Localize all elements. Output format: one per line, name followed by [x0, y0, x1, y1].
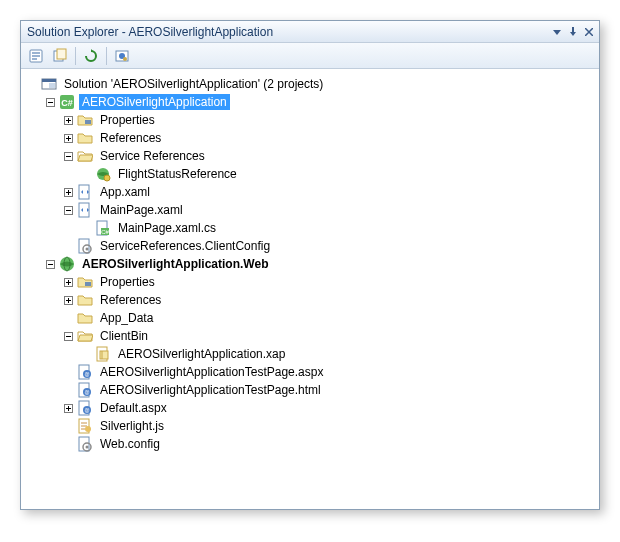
svg-rect-11: [49, 83, 55, 88]
toolbar-separator: [75, 47, 76, 65]
svg-rect-1: [32, 52, 40, 54]
tree-item-label: Properties: [97, 274, 158, 290]
project-node[interactable]: AEROSilverlightApplication.Web: [25, 255, 595, 273]
properties-button[interactable]: [25, 45, 47, 67]
project-node[interactable]: C# AEROSilverlightApplication: [25, 93, 595, 111]
expand-icon[interactable]: [61, 113, 75, 127]
collapse-icon[interactable]: [61, 329, 75, 343]
tree-item-references[interactable]: References: [25, 291, 595, 309]
csharp-file-icon: C#: [95, 220, 111, 236]
svg-rect-5: [57, 49, 66, 59]
expand-icon[interactable]: [61, 185, 75, 199]
tree-item-label: App.xaml: [97, 184, 153, 200]
tree-item-service-references[interactable]: Service References: [25, 147, 595, 165]
tree-item-label: Web.config: [97, 436, 163, 452]
web-project-icon: [59, 256, 75, 272]
svg-text:@: @: [84, 371, 89, 377]
script-file-icon: [77, 418, 93, 434]
folder-icon: [77, 112, 93, 128]
project-label: AEROSilverlightApplication: [79, 94, 230, 110]
tree-item-label: AEROSilverlightApplicationTestPage.html: [97, 382, 324, 398]
svg-rect-19: [85, 120, 91, 124]
tree-item-csharp-file[interactable]: C# MainPage.xaml.cs: [25, 219, 595, 237]
close-icon[interactable]: [583, 26, 595, 38]
xap-file-icon: [95, 346, 111, 362]
tree-item-aspx[interactable]: @ Default.aspx: [25, 399, 595, 417]
tree-item-label: Silverlight.js: [97, 418, 167, 434]
tree-item-label: MainPage.xaml: [97, 202, 186, 218]
svg-rect-3: [32, 58, 37, 60]
svg-rect-10: [42, 79, 56, 82]
tree-item-html[interactable]: @ AEROSilverlightApplicationTestPage.htm…: [25, 381, 595, 399]
svg-point-69: [85, 426, 91, 432]
svg-point-72: [86, 446, 89, 449]
tree-item-label: Properties: [97, 112, 158, 128]
config-file-icon: [77, 238, 93, 254]
solution-label: Solution 'AEROSilverlightApplication' (2…: [61, 76, 326, 92]
tree-item-label: Default.aspx: [97, 400, 170, 416]
tree-item-label: ClientBin: [97, 328, 151, 344]
tree-item-references[interactable]: References: [25, 129, 595, 147]
collapse-icon[interactable]: [61, 203, 75, 217]
tree-item-label: AEROSilverlightApplication.xap: [115, 346, 288, 362]
xaml-icon: [77, 202, 93, 218]
svg-point-39: [86, 248, 89, 251]
tree-item-folder[interactable]: App_Data: [25, 309, 595, 327]
show-all-files-button[interactable]: [49, 45, 71, 67]
tree-item-properties[interactable]: Properties: [25, 111, 595, 129]
tree-item-label: AEROSilverlightApplicationTestPage.aspx: [97, 364, 326, 380]
svg-point-26: [104, 175, 110, 181]
folder-icon: [77, 274, 93, 290]
svg-text:C#: C#: [61, 98, 73, 108]
tree-item-label: Service References: [97, 148, 208, 164]
svg-text:C#: C#: [101, 229, 109, 235]
project-label: AEROSilverlightApplication.Web: [79, 256, 271, 272]
tree-item-folder[interactable]: ClientBin: [25, 327, 595, 345]
collapse-icon[interactable]: [43, 257, 57, 271]
tree-item-config[interactable]: ServiceReferences.ClientConfig: [25, 237, 595, 255]
tree-item-xap[interactable]: AEROSilverlightApplication.xap: [25, 345, 595, 363]
expand-icon[interactable]: [61, 293, 75, 307]
solution-explorer-panel: Solution Explorer - AEROSilverlightAppli…: [20, 20, 600, 510]
svg-point-8: [123, 57, 127, 61]
collapse-icon[interactable]: [61, 149, 75, 163]
references-icon: [77, 292, 93, 308]
refresh-button[interactable]: [80, 45, 102, 67]
solution-node[interactable]: Solution 'AEROSilverlightApplication' (2…: [25, 75, 595, 93]
expand-icon[interactable]: [61, 131, 75, 145]
tree-item-service-reference[interactable]: FlightStatusReference: [25, 165, 595, 183]
tree-item-xaml[interactable]: MainPage.xaml: [25, 201, 595, 219]
tree-item-label: App_Data: [97, 310, 156, 326]
titlebar: Solution Explorer - AEROSilverlightAppli…: [21, 21, 599, 43]
svg-text:@: @: [84, 389, 89, 395]
solution-icon: [41, 76, 57, 92]
solution-tree[interactable]: Solution 'AEROSilverlightApplication' (2…: [21, 69, 599, 509]
pin-icon[interactable]: [567, 26, 579, 38]
svg-text:@: @: [84, 407, 89, 413]
tree-item-properties[interactable]: Properties: [25, 273, 595, 291]
svg-rect-2: [32, 55, 40, 57]
collapse-icon[interactable]: [43, 95, 57, 109]
expand-icon[interactable]: [61, 401, 75, 415]
csharp-project-icon: C#: [59, 94, 75, 110]
html-file-icon: @: [77, 382, 93, 398]
tree-item-label: MainPage.xaml.cs: [115, 220, 219, 236]
aspx-file-icon: @: [77, 400, 93, 416]
config-file-icon: [77, 436, 93, 452]
tree-item-aspx[interactable]: @ AEROSilverlightApplicationTestPage.asp…: [25, 363, 595, 381]
aspx-file-icon: @: [77, 364, 93, 380]
view-code-button[interactable]: [111, 45, 133, 67]
tree-item-label: FlightStatusReference: [115, 166, 240, 182]
tree-item-label: References: [97, 130, 164, 146]
dropdown-icon[interactable]: [551, 26, 563, 38]
references-icon: [77, 130, 93, 146]
svg-rect-47: [85, 282, 91, 286]
svg-rect-54: [100, 351, 108, 359]
tree-item-xaml[interactable]: App.xaml: [25, 183, 595, 201]
tree-item-js[interactable]: Silverlight.js: [25, 417, 595, 435]
tree-item-config[interactable]: Web.config: [25, 435, 595, 453]
toolbar-separator: [106, 47, 107, 65]
expand-icon[interactable]: [61, 275, 75, 289]
tree-item-label: References: [97, 292, 164, 308]
tree-item-label: ServiceReferences.ClientConfig: [97, 238, 273, 254]
